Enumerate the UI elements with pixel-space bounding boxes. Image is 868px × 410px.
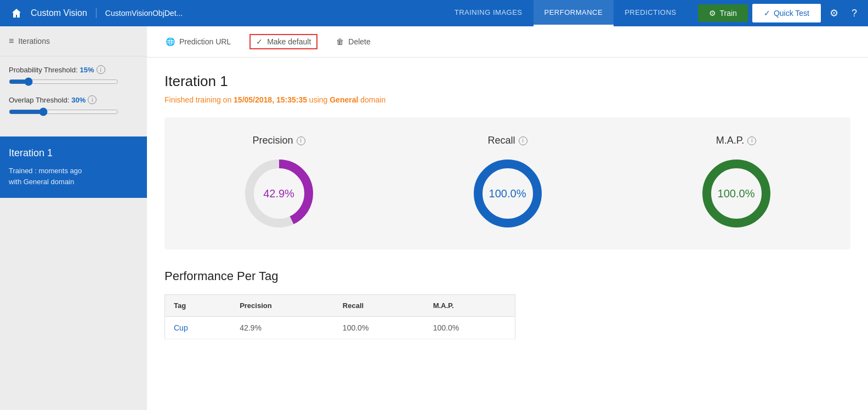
col-precision: Precision xyxy=(231,295,334,317)
home-button[interactable] xyxy=(7,3,26,23)
make-default-button[interactable]: ✓ Make default xyxy=(249,34,317,49)
iterations-header: ≡ Iterations xyxy=(0,26,147,56)
main-content: 🌐 Prediction URL ✓ Make default 🗑 Delete… xyxy=(147,26,868,410)
settings-icon[interactable]: ⚙ xyxy=(825,7,843,19)
table-body: Cup 42.9% 100.0% 100.0% xyxy=(165,317,515,339)
help-icon[interactable]: ? xyxy=(847,8,861,19)
training-info: Finished training on 15/05/2018, 15:35:3… xyxy=(164,95,850,104)
overlap-value: 30% xyxy=(71,96,86,104)
precision-value: 42.9% xyxy=(263,187,294,200)
precision-donut: 42.9% xyxy=(241,155,317,232)
recall-donut: 100.0% xyxy=(469,155,546,232)
overlap-threshold-row: Overlap Threshold: 30% i xyxy=(9,95,138,118)
overlap-info-icon[interactable]: i xyxy=(88,95,97,104)
sidebar-iteration-item[interactable]: Iteration 1 Trained : moments ago with G… xyxy=(0,136,147,198)
col-tag: Tag xyxy=(165,295,231,317)
map-info-icon[interactable]: i xyxy=(747,136,756,145)
tag-cell[interactable]: Cup xyxy=(165,317,231,339)
recall-metric: Recall i 100.0% xyxy=(469,135,546,232)
threshold-section: Probability Threshold: 15% i Overlap Thr… xyxy=(0,56,147,134)
header-actions: ⚙ Train ✓ Quick Test ⚙ ? xyxy=(698,4,861,22)
probability-threshold-row: Probability Threshold: 15% i xyxy=(9,65,138,88)
table-row: Cup 42.9% 100.0% 100.0% xyxy=(165,317,515,339)
quick-test-button[interactable]: ✓ Quick Test xyxy=(752,4,821,22)
col-map: M.A.P. xyxy=(424,295,515,317)
page-title: Iteration 1 xyxy=(164,73,850,90)
delete-button[interactable]: 🗑 Delete xyxy=(331,34,376,49)
app-name: Custom Vision xyxy=(31,8,97,18)
nav-performance[interactable]: PERFORMANCE xyxy=(534,0,614,26)
toolbar: 🌐 Prediction URL ✓ Make default 🗑 Delete xyxy=(147,26,868,58)
map-cell: 100.0% xyxy=(424,317,515,339)
header: Custom Vision CustomVisionObjDet... TRAI… xyxy=(0,0,868,26)
iterations-label: Iterations xyxy=(18,37,50,45)
overlap-label: Overlap Threshold: 30% i xyxy=(9,95,138,104)
check-icon: ✓ xyxy=(764,9,770,18)
precision-cell: 42.9% xyxy=(231,317,334,339)
globe-icon: 🌐 xyxy=(166,37,175,46)
layout: ≡ Iterations Probability Threshold: 15% … xyxy=(0,26,868,410)
training-date: 15/05/2018, 15:35:35 xyxy=(234,95,307,104)
content-area: Iteration 1 Finished training on 15/05/2… xyxy=(147,58,868,410)
probability-info-icon[interactable]: i xyxy=(97,65,105,74)
nav-training-images[interactable]: TRAINING IMAGES xyxy=(444,0,534,26)
metrics-box: Precision i 42.9% xyxy=(164,117,850,249)
sidebar-iteration-trained: Trained : moments ago with General domai… xyxy=(9,166,138,187)
precision-metric: Precision i 42.9% xyxy=(241,135,317,232)
overlap-slider[interactable] xyxy=(9,107,118,116)
map-metric: M.A.P. i 100.0% xyxy=(698,135,775,232)
sidebar-iteration-title: Iteration 1 xyxy=(9,147,138,159)
probability-slider[interactable] xyxy=(9,77,118,86)
performance-table: Tag Precision Recall M.A.P. Cup 42.9% 10… xyxy=(164,294,515,339)
recall-cell: 100.0% xyxy=(334,317,424,339)
probability-value: 15% xyxy=(80,66,94,74)
map-value: 100.0% xyxy=(718,187,755,200)
check-mark-icon: ✓ xyxy=(256,37,263,46)
map-donut: 100.0% xyxy=(698,155,775,232)
prediction-url-button[interactable]: 🌐 Prediction URL xyxy=(160,34,236,49)
precision-info-icon[interactable]: i xyxy=(297,136,305,145)
iterations-icon: ≡ xyxy=(9,36,14,46)
nav-predictions[interactable]: PREDICTIONS xyxy=(614,0,687,26)
sidebar: ≡ Iterations Probability Threshold: 15% … xyxy=(0,26,147,410)
probability-label: Probability Threshold: 15% i xyxy=(9,65,138,74)
recall-value: 100.0% xyxy=(489,187,526,200)
performance-per-tag-title: Performance Per Tag xyxy=(164,269,850,283)
project-name[interactable]: CustomVisionObjDet... xyxy=(105,9,433,18)
table-header: Tag Precision Recall M.A.P. xyxy=(165,295,515,317)
precision-label: Precision i xyxy=(252,135,305,146)
train-gear-icon: ⚙ xyxy=(709,9,716,18)
col-recall: Recall xyxy=(334,295,424,317)
trash-icon: 🗑 xyxy=(336,37,344,46)
recall-info-icon[interactable]: i xyxy=(519,136,527,145)
map-label: M.A.P. i xyxy=(716,135,757,146)
recall-label: Recall i xyxy=(487,135,527,146)
train-button[interactable]: ⚙ Train xyxy=(698,4,747,22)
training-domain: General xyxy=(330,95,358,104)
main-nav: TRAINING IMAGES PERFORMANCE PREDICTIONS xyxy=(444,0,688,26)
